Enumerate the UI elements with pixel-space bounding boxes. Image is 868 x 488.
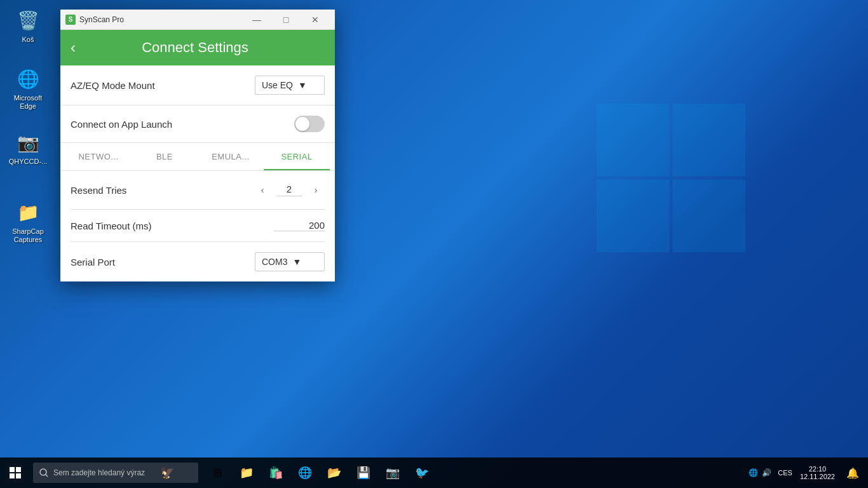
resend-tries-value: 2 bbox=[276, 184, 302, 196]
serial-port-dropdown[interactable]: COM3 ▼ bbox=[255, 252, 325, 271]
minimize-button[interactable]: — bbox=[242, 10, 271, 30]
edge-label: Microsoft Edge bbox=[8, 94, 48, 111]
sharpcap-label: SharpCap Captures bbox=[8, 227, 48, 244]
tab-ble[interactable]: BLE bbox=[132, 143, 198, 170]
taskbar-right: 🌐 🔊 CES 22:10 12.11.2022 🔔 bbox=[745, 458, 868, 488]
clock-time: 22:10 bbox=[809, 465, 827, 473]
timezone-label: CES bbox=[778, 469, 792, 477]
desktop-icon-recycle-bin[interactable]: 🗑️ Koš bbox=[5, 5, 51, 46]
notification-button[interactable]: 🔔 bbox=[843, 458, 863, 488]
az-eq-label: AZ/EQ Mode Mount bbox=[71, 80, 255, 91]
taskbar-bird[interactable]: 🐦 bbox=[408, 459, 436, 487]
qhyccd-label: QHYCCD-... bbox=[9, 158, 48, 166]
read-timeout-control bbox=[274, 220, 325, 231]
serial-port-value: COM3 bbox=[262, 257, 287, 267]
az-eq-dropdown[interactable]: Use EQ ▼ bbox=[255, 76, 325, 95]
svg-rect-2 bbox=[597, 180, 669, 252]
qhyccd-icon: 📷 bbox=[15, 130, 41, 155]
serial-port-chevron-down-icon: ▼ bbox=[292, 257, 301, 267]
svg-line-9 bbox=[46, 475, 48, 477]
serial-form: Resend Tries ‹ 2 › Read Timeout (ms) Ser… bbox=[60, 171, 335, 281]
taskbar-task-view[interactable]: ⊞ bbox=[203, 459, 231, 487]
clock-date: 12.11.2022 bbox=[800, 473, 835, 480]
taskbar-edge[interactable]: 🌐 bbox=[291, 459, 319, 487]
resend-tries-increment[interactable]: › bbox=[307, 181, 325, 199]
resend-tries-label: Resend Tries bbox=[71, 185, 254, 196]
edge-icon: 🌐 bbox=[15, 66, 41, 92]
desktop-icon-sharpcap[interactable]: 📁 SharpCap Captures bbox=[5, 197, 51, 247]
app-header: ‹ Connect Settings bbox=[60, 30, 335, 65]
resend-tries-row: Resend Tries ‹ 2 › bbox=[71, 171, 325, 210]
tab-emulator[interactable]: EMULA... bbox=[198, 143, 264, 170]
maximize-button[interactable]: □ bbox=[271, 10, 301, 30]
app-title: SynScan Pro bbox=[79, 15, 242, 24]
search-input[interactable] bbox=[53, 468, 155, 477]
svg-rect-1 bbox=[673, 104, 745, 176]
read-timeout-label: Read Timeout (ms) bbox=[71, 220, 274, 231]
search-icon bbox=[39, 468, 48, 477]
close-button[interactable]: ✕ bbox=[301, 10, 330, 30]
page-title: Connect Settings bbox=[86, 39, 304, 56]
read-timeout-row: Read Timeout (ms) bbox=[71, 210, 325, 242]
taskbar-bird-icon: 🦅 bbox=[160, 466, 174, 480]
taskbar-save[interactable]: 💾 bbox=[349, 459, 377, 487]
network-icon: 🌐 bbox=[749, 468, 758, 477]
chevron-down-icon: ▼ bbox=[298, 80, 307, 90]
app-icon: S bbox=[65, 15, 76, 25]
svg-rect-4 bbox=[10, 467, 15, 472]
system-clock[interactable]: 22:10 12.11.2022 bbox=[795, 465, 840, 480]
title-bar: S SynScan Pro — □ ✕ bbox=[60, 10, 335, 30]
taskbar: 🦅 ⊞ 📁 🛍️ 🌐 📂 💾 📷 🐦 🌐 🔊 CES 22:10 12.11.2… bbox=[0, 458, 868, 488]
volume-icon: 🔊 bbox=[762, 468, 771, 477]
taskbar-search[interactable]: 🦅 bbox=[33, 463, 198, 483]
connect-on-launch-toggle[interactable] bbox=[294, 116, 325, 132]
svg-rect-3 bbox=[673, 180, 745, 252]
window-controls: — □ ✕ bbox=[242, 10, 330, 30]
tabs-row: NETWO... BLE EMULA... SERIAL bbox=[60, 143, 335, 171]
az-eq-row: AZ/EQ Mode Mount Use EQ ▼ bbox=[60, 65, 335, 105]
read-timeout-input[interactable] bbox=[274, 220, 325, 231]
desktop-icon-qhyccd[interactable]: 📷 QHYCCD-... bbox=[5, 127, 51, 168]
connect-on-launch-row: Connect on App Launch bbox=[60, 105, 335, 143]
recycle-bin-icon: 🗑️ bbox=[15, 8, 41, 33]
resend-tries-decrement[interactable]: ‹ bbox=[254, 181, 271, 199]
connect-on-launch-label: Connect on App Launch bbox=[71, 119, 294, 130]
start-button[interactable] bbox=[0, 458, 31, 488]
sharpcap-icon: 📁 bbox=[15, 200, 41, 225]
taskbar-apps: ⊞ 📁 🛍️ 🌐 📂 💾 📷 🐦 bbox=[203, 459, 436, 487]
svg-rect-7 bbox=[16, 473, 21, 478]
desktop-icon-edge[interactable]: 🌐 Microsoft Edge bbox=[5, 64, 51, 113]
svg-rect-0 bbox=[597, 104, 669, 176]
serial-port-row: Serial Port COM3 ▼ bbox=[71, 242, 325, 281]
resend-tries-control: ‹ 2 › bbox=[254, 181, 325, 199]
tab-serial[interactable]: SERIAL bbox=[264, 143, 330, 170]
svg-rect-5 bbox=[16, 467, 21, 472]
taskbar-store[interactable]: 🛍️ bbox=[262, 459, 290, 487]
serial-port-label: Serial Port bbox=[71, 257, 255, 268]
az-eq-value: Use EQ bbox=[262, 80, 293, 90]
app-content: AZ/EQ Mode Mount Use EQ ▼ Connect on App… bbox=[60, 65, 335, 281]
back-button[interactable]: ‹ bbox=[71, 39, 76, 57]
app-window: S SynScan Pro — □ ✕ ‹ Connect Settings A… bbox=[60, 10, 335, 281]
taskbar-camera[interactable]: 📷 bbox=[379, 459, 407, 487]
taskbar-files[interactable]: 📂 bbox=[320, 459, 348, 487]
recycle-bin-label: Koš bbox=[22, 36, 34, 44]
system-tray: 🌐 🔊 bbox=[745, 468, 775, 477]
tab-network[interactable]: NETWO... bbox=[65, 143, 132, 170]
svg-point-8 bbox=[40, 469, 46, 475]
taskbar-file-explorer[interactable]: 📁 bbox=[233, 459, 261, 487]
svg-rect-6 bbox=[10, 473, 15, 478]
